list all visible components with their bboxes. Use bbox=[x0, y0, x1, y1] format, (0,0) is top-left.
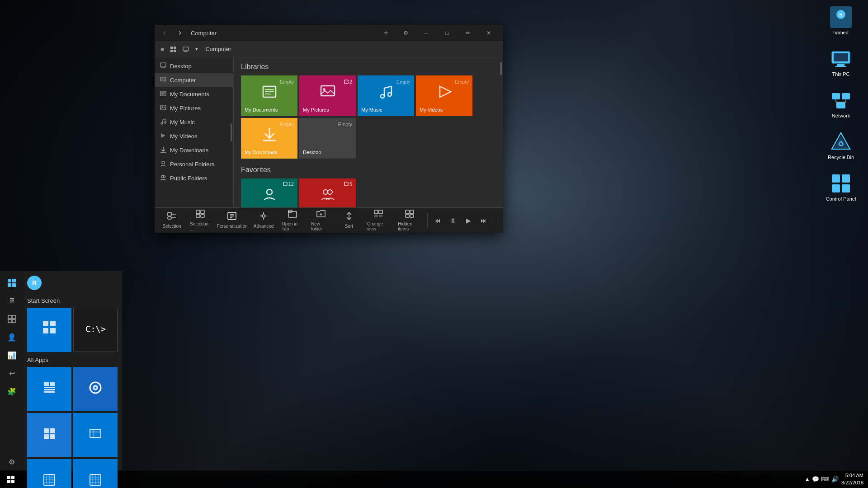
sidebar-item-public-folders[interactable]: Public Folders bbox=[155, 171, 233, 185]
new-folder-icon bbox=[316, 210, 326, 220]
rail-puzzle-icon[interactable]: 🧩 bbox=[3, 383, 21, 399]
forward-button[interactable] bbox=[174, 27, 186, 39]
tile-desktop[interactable]: Empty Desktop bbox=[299, 118, 356, 159]
public-folders-sidebar-icon bbox=[160, 174, 166, 182]
hidden-items-button[interactable]: Hidden items bbox=[394, 208, 425, 233]
svg-rect-23 bbox=[12, 279, 16, 282]
sidebar-item-my-downloads[interactable]: My Downloads bbox=[155, 143, 233, 157]
my-pictures-sidebar-icon bbox=[160, 104, 166, 112]
app1-icon bbox=[43, 381, 56, 397]
sidebar-item-my-videos[interactable]: My Videos bbox=[155, 129, 233, 143]
tile-terminal[interactable]: C:\> bbox=[73, 308, 118, 352]
hidden-items-label: Hidden items bbox=[398, 221, 421, 231]
tile-personal[interactable]: 12 bbox=[241, 178, 297, 207]
selection2-button[interactable]: Selection ... bbox=[186, 208, 214, 233]
desktop-icon-hamed[interactable]: H hamed bbox=[823, 5, 859, 37]
content-scrollbar[interactable] bbox=[500, 62, 502, 75]
tile-app-5[interactable] bbox=[27, 459, 71, 488]
tile-public[interactable]: 5 bbox=[299, 178, 356, 207]
tray-volume-icon[interactable]: 🔊 bbox=[831, 476, 839, 483]
taskbar-clock[interactable]: 5:04 AM 8/22/2018 bbox=[841, 472, 863, 486]
change-view-label: Change view bbox=[367, 221, 390, 231]
back-button[interactable] bbox=[158, 27, 171, 39]
rail-settings-icon[interactable]: ⚙ bbox=[3, 454, 21, 470]
toolbar-separator bbox=[427, 212, 428, 229]
media-next-button[interactable]: ⏭ bbox=[476, 213, 491, 228]
sidebar-item-computer[interactable]: Computer bbox=[155, 73, 233, 87]
tile-app-4[interactable] bbox=[73, 413, 118, 457]
rail-chart-icon[interactable]: 📊 bbox=[3, 347, 21, 363]
rail-grid-icon[interactable] bbox=[3, 311, 21, 327]
svg-rect-20 bbox=[832, 184, 840, 192]
tile-my-music[interactable]: Empty My Music bbox=[358, 75, 414, 116]
settings-button[interactable]: ⚙ bbox=[395, 25, 416, 41]
maximize-button[interactable]: □ bbox=[437, 25, 458, 41]
tile-app-6[interactable] bbox=[73, 459, 118, 488]
svg-rect-44 bbox=[44, 434, 49, 439]
sidebar-label-my-pictures: My Pictures bbox=[170, 105, 201, 112]
start-menu: 🖥 👤 📊 ↩ 🧩 ⚙ R Start Screen bbox=[0, 271, 122, 470]
new-folder-button[interactable]: New folder bbox=[307, 208, 335, 233]
svg-point-84 bbox=[161, 122, 163, 124]
my-pictures-tile-label: My Pictures bbox=[303, 107, 329, 113]
svg-rect-9 bbox=[842, 93, 850, 99]
media-pause-button[interactable]: ⏸ bbox=[446, 213, 460, 228]
dropdown-button[interactable]: ▾ bbox=[193, 44, 201, 54]
tile-my-pictures[interactable]: 2 My Pictures bbox=[299, 75, 356, 116]
tile-app-3[interactable] bbox=[27, 413, 71, 457]
svg-rect-21 bbox=[842, 184, 850, 192]
desktop-icon-recycle-bin[interactable]: ♻ Recycle Bin bbox=[823, 129, 859, 162]
sidebar-item-desktop[interactable]: Desktop bbox=[155, 59, 233, 73]
sidebar-item-personal-folders[interactable]: Personal Folders bbox=[155, 157, 233, 171]
sidebar-item-my-music[interactable]: My Music bbox=[155, 115, 233, 129]
minimize-button[interactable]: ─ bbox=[416, 25, 437, 41]
tray-keyboard-icon[interactable]: ⌨ bbox=[821, 476, 830, 483]
tray-expand-icon[interactable]: ▲ bbox=[804, 476, 810, 483]
desktop-icon-control-panel[interactable]: Control Panel bbox=[823, 171, 859, 203]
rail-monitor-icon[interactable]: 🖥 bbox=[3, 293, 21, 309]
media-prev-button[interactable]: ⏮ bbox=[430, 213, 445, 228]
hamed-label: hamed bbox=[833, 30, 849, 35]
tile-my-downloads[interactable]: Empty My Downloads bbox=[241, 118, 297, 159]
sidebar-scrollbar[interactable] bbox=[231, 123, 232, 141]
selection2-icon bbox=[196, 210, 205, 220]
tile-my-documents[interactable]: Empty My Documents bbox=[241, 75, 297, 116]
desktop-icon-network[interactable]: Network bbox=[823, 88, 859, 120]
svg-text:H: H bbox=[839, 13, 842, 18]
media-play-button[interactable]: ▶ bbox=[461, 213, 476, 228]
my-music-tile-icon bbox=[378, 84, 394, 104]
rail-person-icon[interactable]: 👤 bbox=[3, 329, 21, 345]
change-view-button[interactable]: Change view bbox=[363, 208, 393, 233]
tile-my-videos[interactable]: Empty My Videos bbox=[416, 75, 472, 116]
open-in-tab-button[interactable]: Open in Tab bbox=[278, 208, 307, 233]
hamburger-button[interactable]: ≡ bbox=[158, 45, 166, 54]
sort-label: Sort bbox=[345, 224, 353, 229]
all-apps-label: All Apps bbox=[24, 354, 122, 365]
grid-toggle[interactable]: ⋮⋮ bbox=[492, 217, 499, 224]
start-button[interactable] bbox=[0, 470, 22, 488]
svg-point-83 bbox=[161, 106, 163, 108]
rail-start-icon[interactable] bbox=[3, 275, 21, 291]
tile-app-2[interactable] bbox=[73, 367, 118, 411]
window-title: Computer bbox=[189, 30, 377, 37]
tray-speech-icon[interactable]: 💬 bbox=[812, 476, 819, 483]
close-button[interactable]: ✕ bbox=[478, 25, 499, 41]
svg-rect-7 bbox=[835, 66, 846, 67]
monitor-button[interactable] bbox=[180, 45, 192, 54]
selection-button[interactable]: Selection bbox=[158, 210, 185, 230]
tile-app-1[interactable] bbox=[27, 367, 71, 411]
desktop-icon-this-pc[interactable]: This PC bbox=[823, 46, 859, 79]
sidebar-item-my-pictures[interactable]: My Pictures bbox=[155, 101, 233, 115]
sidebar-item-my-documents[interactable]: My Documents bbox=[155, 87, 233, 101]
edit-button[interactable]: ✏ bbox=[458, 25, 478, 41]
sidebar-label-personal-folders: Personal Folders bbox=[170, 161, 214, 168]
tile-settings[interactable] bbox=[27, 308, 71, 352]
personalization-button[interactable]: Personalization bbox=[215, 210, 250, 230]
add-tab-button[interactable]: + bbox=[380, 27, 392, 39]
rail-history-icon[interactable]: ↩ bbox=[3, 365, 21, 381]
view-toggle-button[interactable] bbox=[167, 44, 179, 54]
sort-button[interactable]: Sort bbox=[335, 210, 363, 230]
svg-rect-115 bbox=[168, 212, 171, 216]
desktop-sidebar-icon bbox=[160, 62, 166, 70]
advanced-button[interactable]: Advanced bbox=[250, 210, 277, 230]
